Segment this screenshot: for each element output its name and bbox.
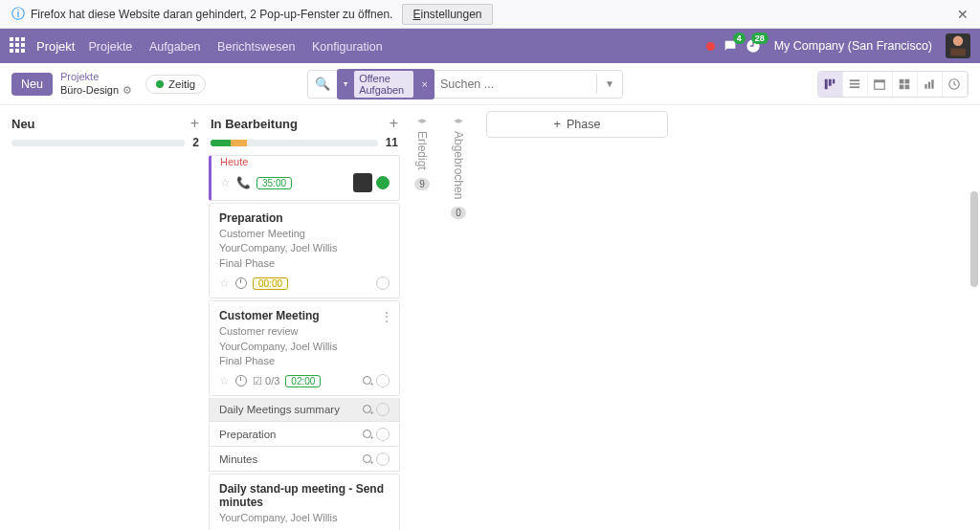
popup-settings-button[interactable]: EEinstellungeninstellungen <box>402 4 492 25</box>
top-menu: Projekte Aufgaben Berichtswesen Konfigur… <box>88 39 395 54</box>
task-card[interactable]: Heute ☆ 📞 35:00 <box>209 155 400 201</box>
svg-rect-5 <box>850 86 860 88</box>
column-in-bearbeitung: In Bearbeitung + 11 Heute ☆ 📞 35:00 <box>209 111 400 530</box>
svg-rect-3 <box>850 79 860 81</box>
column-add-icon[interactable]: + <box>390 115 398 132</box>
control-bar: Neu Projekte Büro-Design ⚙ Zeitig 🔍 Offe… <box>0 63 980 105</box>
status-circle[interactable] <box>376 428 390 441</box>
user-avatar[interactable] <box>946 33 970 58</box>
svg-rect-7 <box>875 79 885 81</box>
svg-rect-14 <box>932 79 934 88</box>
svg-rect-8 <box>900 78 904 83</box>
add-phase-button[interactable]: + Phase <box>486 111 668 138</box>
view-list[interactable] <box>843 72 868 97</box>
today-label: Heute <box>220 156 390 167</box>
view-switcher <box>817 71 969 98</box>
topbar: Projekt Projekte Aufgaben Berichtswesen … <box>0 29 980 63</box>
column-progress <box>11 140 185 146</box>
svg-rect-11 <box>905 84 910 89</box>
add-assignee-icon[interactable] <box>362 405 372 415</box>
column-collapsed-erledigt[interactable]: ◂▸ Erledigt 9 <box>408 111 436 190</box>
svg-rect-4 <box>850 82 860 84</box>
subtask-row[interactable]: Preparation <box>209 423 400 447</box>
status-circle[interactable] <box>376 276 390 290</box>
view-graph[interactable] <box>918 72 943 97</box>
status-chip[interactable]: Zeitig <box>145 75 206 94</box>
firefox-popup-bar: ⓘ Firefox hat diese Website daran gehind… <box>0 0 980 29</box>
assignee-avatar[interactable] <box>353 173 372 192</box>
star-icon[interactable]: ☆ <box>219 276 230 290</box>
filter-remove-icon[interactable]: × <box>416 78 432 90</box>
popup-text: Firefox hat diese Website daran gehinder… <box>31 8 392 21</box>
column-neu: Neu + 2 <box>10 111 201 155</box>
menu-projekte[interactable]: Projekte <box>88 40 132 54</box>
expand-icon[interactable]: ◂▸ <box>454 115 463 125</box>
expand-icon[interactable]: ◂▸ <box>417 115 427 125</box>
svg-rect-12 <box>925 84 927 89</box>
task-card[interactable]: Daily stand-up meeting - Send minutes Yo… <box>209 474 400 530</box>
star-icon[interactable]: ☆ <box>219 374 230 387</box>
card-menu-icon[interactable]: ⋮ <box>380 309 393 324</box>
activity-badge: 28 <box>751 33 768 44</box>
svg-rect-10 <box>900 84 904 89</box>
new-button[interactable]: Neu <box>11 73 53 96</box>
project-settings-icon[interactable]: ⚙ <box>122 84 132 97</box>
search-dropdown[interactable]: ▼ <box>596 74 622 94</box>
task-card[interactable]: ⋮ Customer Meeting Customer review YourC… <box>209 300 400 396</box>
activity-icon[interactable]: 28 <box>746 38 761 54</box>
time-pill: 35:00 <box>256 177 292 189</box>
search-box: 🔍 Offene Aufgaben × ▼ <box>307 70 623 99</box>
add-assignee-icon[interactable] <box>362 430 372 440</box>
chat-badge: 4 <box>733 33 746 44</box>
time-pill: 00:00 <box>253 277 288 290</box>
status-dot-icon <box>156 80 164 88</box>
star-icon[interactable]: ☆ <box>220 176 231 189</box>
svg-rect-9 <box>905 78 910 83</box>
view-activity[interactable] <box>943 72 968 97</box>
task-card[interactable]: Preparation Customer Meeting YourCompany… <box>209 203 400 298</box>
subtask-row[interactable]: Minutes <box>209 448 400 472</box>
search-input[interactable] <box>434 77 596 91</box>
menu-berichtswesen[interactable]: Berichtswesen <box>217 40 295 54</box>
chat-icon[interactable]: 4 <box>723 38 738 54</box>
column-count: 11 <box>386 136 398 149</box>
status-circle[interactable] <box>376 176 390 189</box>
info-icon: ⓘ <box>11 6 25 23</box>
scrollbar[interactable] <box>970 191 978 287</box>
clock-icon[interactable] <box>235 375 247 386</box>
status-circle[interactable] <box>376 403 390 416</box>
status-circle[interactable] <box>376 374 390 387</box>
view-calendar[interactable] <box>868 72 893 97</box>
view-pivot[interactable] <box>893 72 918 97</box>
add-assignee-icon[interactable] <box>362 454 372 465</box>
breadcrumb-current: Büro-Design <box>60 84 119 97</box>
add-assignee-icon[interactable] <box>362 376 372 386</box>
company-name[interactable]: My Company (San Francisco) <box>774 39 932 53</box>
breadcrumb-parent[interactable]: Projekte <box>60 71 132 83</box>
svg-rect-13 <box>928 81 930 88</box>
clock-icon[interactable] <box>235 277 247 289</box>
subtask-row[interactable]: Daily Meetings summary <box>209 398 400 422</box>
column-collapsed-abgebrochen[interactable]: ◂▸ Abgebrochen 0 <box>444 111 473 219</box>
menu-konfiguration[interactable]: Konfiguration <box>312 40 383 54</box>
column-progress <box>211 140 378 146</box>
phone-icon[interactable]: 📞 <box>236 176 251 189</box>
search-icon[interactable]: 🔍 <box>308 77 337 91</box>
view-kanban[interactable] <box>818 72 843 97</box>
status-circle[interactable] <box>376 453 390 466</box>
column-count: 2 <box>192 136 199 149</box>
column-title[interactable]: Neu <box>11 117 35 131</box>
time-pill: 02:00 <box>285 375 321 387</box>
plus-icon: + <box>554 118 561 131</box>
apps-icon[interactable] <box>10 37 27 55</box>
breadcrumb: Projekte Büro-Design ⚙ <box>60 71 132 96</box>
column-add-icon[interactable]: + <box>190 115 199 132</box>
app-brand[interactable]: Projekt <box>36 39 75 54</box>
record-indicator[interactable] <box>706 42 715 51</box>
popup-close-icon[interactable]: ✕ <box>957 7 969 22</box>
column-title[interactable]: In Bearbeitung <box>211 117 298 131</box>
filter-chip[interactable]: Offene Aufgaben × <box>337 69 434 99</box>
menu-aufgaben[interactable]: Aufgaben <box>149 40 201 54</box>
kanban-board: Neu + 2 In Bearbeitung + 11 Heute ☆ <box>0 105 980 530</box>
svg-rect-0 <box>825 78 828 89</box>
